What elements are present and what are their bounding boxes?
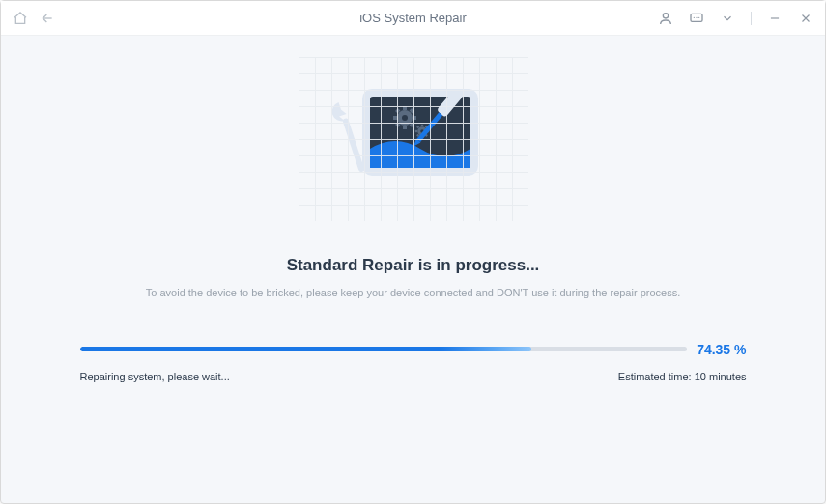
progress-bar-section: 74.35 % — [80, 342, 747, 357]
svg-point-4 — [698, 16, 699, 17]
app-window: iOS System Repair — [0, 0, 826, 504]
titlebar: iOS System Repair — [1, 1, 825, 36]
titlebar-right — [658, 11, 813, 26]
grid-background — [299, 57, 528, 221]
close-icon[interactable] — [798, 11, 813, 26]
chevron-down-icon[interactable] — [720, 11, 735, 26]
minimize-icon[interactable] — [767, 11, 783, 26]
feedback-icon[interactable] — [689, 11, 704, 26]
progress-subtext: To avoid the device to be bricked, pleas… — [146, 285, 680, 301]
progress-track — [80, 347, 688, 351]
titlebar-left — [13, 11, 55, 26]
svg-point-2 — [694, 16, 695, 17]
progress-status-row: Repairing system, please wait... Estimat… — [80, 371, 747, 382]
home-icon[interactable] — [13, 11, 28, 26]
svg-point-3 — [696, 16, 697, 17]
progress-fill — [80, 347, 531, 351]
main-content: Standard Repair is in progress... To avo… — [1, 36, 825, 503]
progress-percent-label: 74.35 % — [697, 342, 746, 357]
svg-point-0 — [663, 13, 668, 17]
user-icon[interactable] — [658, 11, 673, 26]
time-estimate: Estimated time: 10 minutes — [618, 371, 747, 382]
back-icon[interactable] — [40, 11, 55, 26]
repair-illustration — [269, 57, 558, 221]
titlebar-separator — [751, 12, 752, 25]
progress-heading: Standard Repair is in progress... — [287, 256, 540, 275]
status-message: Repairing system, please wait... — [80, 371, 230, 382]
